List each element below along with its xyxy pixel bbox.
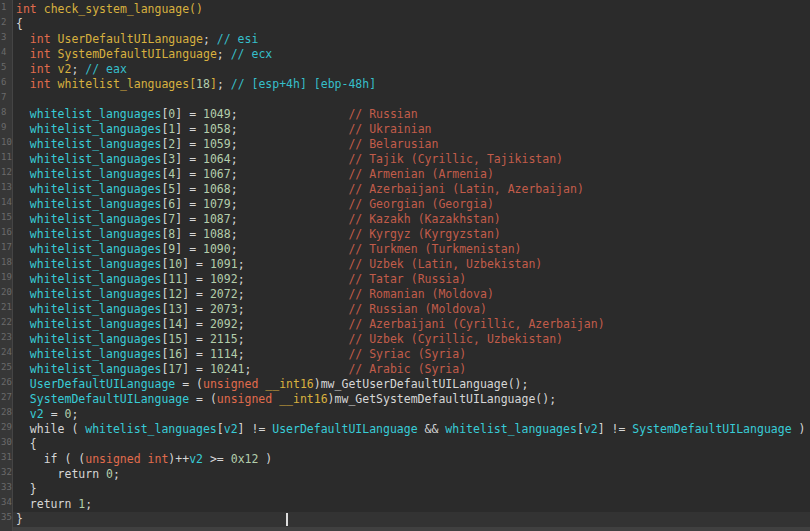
code-token: whitelist_languages	[30, 347, 162, 361]
code-line[interactable]: {	[16, 17, 810, 32]
code-token	[16, 242, 30, 256]
code-token	[16, 182, 30, 196]
code-line[interactable]: int whitelist_languages[18]; // [esp+4h]…	[16, 77, 810, 92]
code-token: ;	[231, 197, 349, 211]
code-line[interactable]: whitelist_languages[13] = 2073; // Russi…	[16, 302, 810, 317]
code-token	[37, 2, 44, 16]
decompiler-pseudocode-window: 1234567891011121314151617181920212223242…	[0, 0, 810, 531]
code-token: 1090	[203, 242, 231, 256]
code-line[interactable]: v2 = 0;	[16, 407, 810, 422]
code-line[interactable]: UserDefaultUILanguage = (unsigned __int1…	[16, 377, 810, 392]
code-line[interactable]: {	[16, 437, 810, 452]
code-token: whitelist_languages	[30, 107, 162, 121]
code-token: ;	[231, 167, 349, 181]
code-token	[16, 407, 30, 421]
code-token: 10241	[210, 362, 245, 376]
code-line[interactable]: whitelist_languages[10] = 1091; // Uzbek…	[16, 257, 810, 272]
code-line[interactable]: }	[13, 512, 810, 527]
code-token: 0	[106, 467, 113, 481]
code-line[interactable]: whitelist_languages[11] = 1092; // Tatar…	[16, 272, 810, 287]
code-editor[interactable]: int check_system_language(){ int UserDef…	[13, 0, 810, 531]
code-token	[16, 62, 30, 76]
code-line[interactable]: SystemDefaultUILanguage = (unsigned __in…	[16, 392, 810, 407]
code-line[interactable]: whitelist_languages[6] = 1079; // Georgi…	[16, 197, 810, 212]
line-number: 9	[0, 120, 12, 135]
code-token: ] !=	[598, 422, 633, 436]
code-token: ;	[85, 497, 92, 511]
code-token	[16, 212, 30, 226]
code-token: 1092	[210, 272, 238, 286]
code-token: // eax	[85, 62, 127, 76]
code-token: ;	[238, 347, 349, 361]
line-number: 31	[0, 450, 12, 465]
code-line[interactable]: whitelist_languages[4] = 1067; // Armeni…	[16, 167, 810, 182]
code-token: ] =	[182, 332, 210, 346]
code-line[interactable]: whitelist_languages[0] = 1049; // Russia…	[16, 107, 810, 122]
code-line[interactable]: whitelist_languages[12] = 2072; // Roman…	[16, 287, 810, 302]
line-number: 5	[0, 60, 12, 75]
code-line[interactable]: int SystemDefaultUILanguage; // ecx	[16, 47, 810, 62]
code-line[interactable]: whitelist_languages[1] = 1058; // Ukrain…	[16, 122, 810, 137]
code-line[interactable]: whitelist_languages[2] = 1059; // Belaru…	[16, 137, 810, 152]
code-token: UserDefaultUILanguage	[58, 32, 203, 46]
code-token: // Kazakh (Kazakhstan)	[348, 212, 500, 226]
code-token: int	[30, 32, 51, 46]
code-line[interactable]	[16, 92, 810, 107]
code-token: ;	[238, 257, 349, 271]
code-line[interactable]: whitelist_languages[14] = 2092; // Azerb…	[16, 317, 810, 332]
code-token: whitelist_languages	[30, 137, 162, 151]
code-token: // Azerbaijani (Cyrillic, Azerbaijan)	[348, 317, 604, 331]
code-token: whitelist_languages	[30, 272, 162, 286]
code-line[interactable]: whitelist_languages[8] = 1088; // Kyrgyz…	[16, 227, 810, 242]
code-line[interactable]: whitelist_languages[16] = 1114; // Syria…	[16, 347, 810, 362]
code-line[interactable]: whitelist_languages[15] = 2115; // Uzbek…	[16, 332, 810, 347]
code-token: 1068	[203, 182, 231, 196]
code-token: = (	[189, 392, 217, 406]
code-line[interactable]: whitelist_languages[5] = 1068; // Azerba…	[16, 182, 810, 197]
code-token: unsigned	[85, 452, 140, 466]
code-line[interactable]: int v2; // eax	[16, 62, 810, 77]
line-number: 1	[0, 0, 12, 15]
code-token: 1088	[203, 227, 231, 241]
code-line[interactable]: whitelist_languages[7] = 1087; // Kazakh…	[16, 212, 810, 227]
code-token: ] =	[182, 272, 210, 286]
code-token: 2073	[210, 302, 238, 316]
code-token: ;	[71, 62, 85, 76]
code-line[interactable]: return 0;	[16, 467, 810, 482]
code-line[interactable]: if ( (unsigned int)++v2 >= 0x12 )	[16, 452, 810, 467]
code-token: ] =	[182, 257, 210, 271]
code-token: // Tajik (Cyrillic, Tajikistan)	[348, 152, 563, 166]
code-token: >=	[203, 452, 231, 466]
line-number: 28	[0, 405, 12, 420]
code-token	[51, 77, 58, 91]
code-token	[16, 227, 30, 241]
code-token: ;	[238, 272, 349, 286]
code-token: // Tatar (Russia)	[348, 272, 466, 286]
code-token: ;	[203, 32, 217, 46]
code-token: ;	[238, 302, 349, 316]
code-line[interactable]: whitelist_languages[3] = 1064; // Tajik …	[16, 152, 810, 167]
code-line[interactable]: }	[16, 482, 810, 497]
code-token: {	[16, 437, 37, 451]
code-token: }	[16, 512, 23, 526]
code-token: if ( (	[16, 452, 85, 466]
code-token	[16, 32, 30, 46]
code-token	[16, 137, 30, 151]
code-token	[16, 377, 30, 391]
code-line[interactable]: whitelist_languages[9] = 1090; // Turkme…	[16, 242, 810, 257]
code-token: 1059	[203, 137, 231, 151]
code-line[interactable]: int UserDefaultUILanguage; // esi	[16, 32, 810, 47]
code-token	[16, 152, 30, 166]
code-token: // ecx	[231, 47, 273, 61]
code-token: 17	[168, 362, 182, 376]
code-line[interactable]: whitelist_languages[17] = 10241; // Arab…	[16, 362, 810, 377]
code-token: whitelist_languages	[30, 167, 162, 181]
line-number: 20	[0, 285, 12, 300]
code-token: ;	[71, 407, 78, 421]
code-line[interactable]: int check_system_language()	[16, 2, 810, 17]
code-token	[16, 287, 30, 301]
code-line[interactable]: return 1;	[16, 497, 810, 512]
code-token: ] =	[182, 287, 210, 301]
code-line[interactable]: while ( whitelist_languages[v2] != UserD…	[16, 422, 810, 437]
line-number: 27	[0, 390, 12, 405]
